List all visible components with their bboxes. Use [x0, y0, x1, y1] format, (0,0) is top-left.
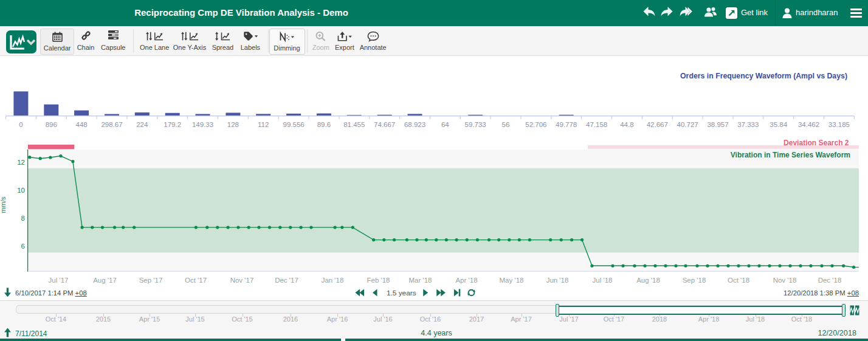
svg-text:42.667: 42.667 [647, 121, 668, 128]
svg-text:112: 112 [258, 121, 269, 128]
svg-text:Jul '17: Jul '17 [49, 277, 69, 284]
svg-text:Oct '17: Oct '17 [185, 277, 207, 284]
svg-text:68.923: 68.923 [404, 121, 425, 128]
svg-text:56: 56 [502, 121, 510, 128]
svg-text:35.84: 35.84 [770, 121, 787, 128]
svg-text:Vibration in Time Series Wavef: Vibration in Time Series Waveform [731, 151, 850, 159]
svg-text:Mar '18: Mar '18 [409, 277, 432, 284]
svg-text:40.727: 40.727 [677, 121, 698, 128]
svg-text:Apr '18: Apr '18 [455, 277, 477, 284]
svg-text:74.667: 74.667 [374, 121, 395, 128]
svg-text:Aug '17: Aug '17 [93, 277, 117, 284]
svg-text:59.733: 59.733 [465, 121, 486, 128]
svg-text:Oct '18: Oct '18 [728, 277, 749, 284]
svg-text:6: 6 [21, 243, 25, 250]
svg-text:8: 8 [21, 215, 25, 222]
svg-text:Jun '18: Jun '18 [546, 277, 569, 284]
svg-text:52.706: 52.706 [525, 121, 546, 128]
svg-text:179.2: 179.2 [164, 121, 181, 128]
svg-text:Nov '17: Nov '17 [230, 277, 254, 284]
svg-text:0: 0 [19, 121, 22, 128]
svg-text:Jul '18: Jul '18 [593, 277, 613, 284]
svg-text:Dec '17: Dec '17 [275, 277, 298, 284]
svg-text:Jan '18: Jan '18 [322, 277, 344, 284]
svg-text:Aug '18: Aug '18 [636, 277, 660, 284]
svg-text:448: 448 [76, 121, 88, 128]
svg-text:33.185: 33.185 [828, 121, 850, 128]
svg-text:81.455: 81.455 [343, 121, 365, 128]
svg-text:89.6: 89.6 [317, 121, 331, 128]
svg-text:34.462: 34.462 [798, 121, 819, 128]
svg-text:38.957: 38.957 [707, 121, 728, 128]
svg-text:49.778: 49.778 [556, 121, 577, 128]
svg-text:Orders in Frequency Waveform (: Orders in Frequency Waveform (Ampl vs Da… [680, 72, 847, 80]
svg-text:Feb '18: Feb '18 [367, 277, 390, 284]
svg-text:Deviation Search 2: Deviation Search 2 [784, 139, 849, 147]
svg-text:149.33: 149.33 [192, 121, 213, 128]
svg-text:Sep '18: Sep '18 [683, 277, 706, 284]
svg-text:12: 12 [17, 159, 25, 166]
svg-text:10: 10 [17, 187, 25, 194]
svg-text:128: 128 [227, 121, 239, 128]
svg-text:mm/s: mm/s [0, 196, 7, 213]
svg-text:298.67: 298.67 [101, 121, 122, 128]
svg-text:47.158: 47.158 [586, 121, 607, 128]
svg-text:44.8: 44.8 [620, 121, 633, 128]
svg-text:Sep '17: Sep '17 [139, 277, 163, 284]
svg-text:224: 224 [136, 121, 148, 128]
svg-text:May '18: May '18 [500, 277, 524, 284]
svg-text:Dec '18: Dec '18 [818, 277, 842, 284]
svg-text:Nov '18: Nov '18 [773, 277, 797, 284]
svg-text:99.556: 99.556 [283, 121, 305, 128]
svg-text:64: 64 [441, 121, 449, 128]
svg-text:896: 896 [46, 121, 57, 128]
svg-text:37.333: 37.333 [737, 121, 759, 128]
